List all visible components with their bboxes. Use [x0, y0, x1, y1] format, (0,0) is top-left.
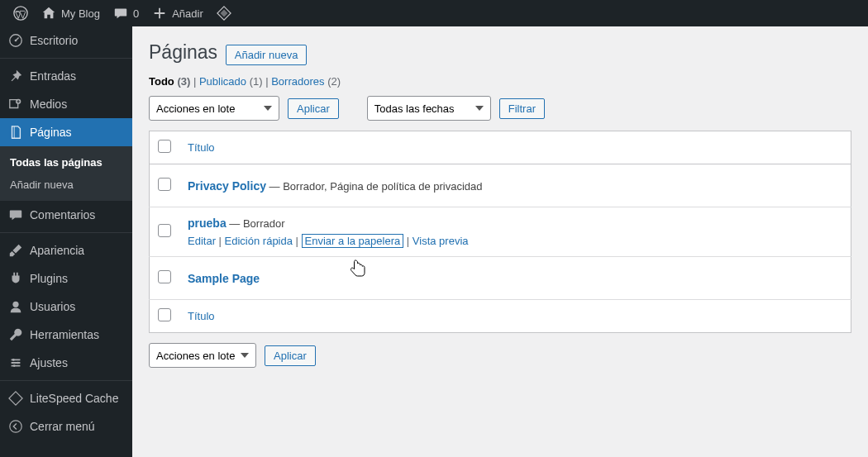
sidebar-item-appearance[interactable]: Apariencia — [0, 236, 132, 264]
sidebar-item-users[interactable]: Usuarios — [0, 293, 132, 321]
comment-icon — [8, 207, 23, 222]
row-actions: Editar | Edición rápida | Enviar a la pa… — [188, 235, 842, 247]
bulk-action-select-top[interactable]: Acciones en lote — [149, 96, 279, 121]
svg-point-8 — [10, 421, 21, 432]
litespeed-icon — [217, 6, 231, 21]
filter-button[interactable]: Filtrar — [499, 98, 545, 119]
table-row: Privacy Policy — Borrador, Página de pol… — [150, 164, 851, 207]
sidebar-item-plugins[interactable]: Plugins — [0, 264, 132, 293]
row-action-trash[interactable]: Enviar a la papelera — [302, 234, 404, 248]
row-title-link[interactable]: Sample Page — [188, 272, 260, 285]
sidebar-item-tools[interactable]: Herramientas — [0, 321, 132, 349]
col-title-bottom[interactable]: Título — [179, 300, 851, 333]
sidebar-item-label: Escritorio — [30, 34, 78, 47]
brush-icon — [8, 243, 23, 258]
filter-all[interactable]: Todo (3) — [149, 75, 190, 88]
sidebar-item-settings[interactable]: Ajustes — [0, 349, 132, 377]
dashboard-icon — [8, 33, 23, 48]
sidebar-item-label: Medios — [30, 98, 67, 111]
add-new-page-button[interactable]: Añadir nueva — [226, 45, 308, 65]
filter-drafts[interactable]: Borradores (2) — [271, 75, 341, 88]
sidebar-item-posts[interactable]: Entradas — [0, 62, 132, 90]
add-new-label: Añadir — [172, 7, 203, 20]
admin-bar: My Blog 0 Añadir — [0, 0, 868, 26]
row-title-link[interactable]: Privacy Policy — [188, 179, 266, 193]
pin-icon — [8, 69, 23, 83]
sidebar-item-pages[interactable]: Páginas — [0, 118, 132, 146]
sidebar-collapse[interactable]: Cerrar menú — [0, 412, 132, 440]
svg-point-4 — [12, 302, 18, 307]
submenu-all-pages[interactable]: Todas las páginas — [0, 151, 132, 174]
sidebar-item-dashboard[interactable]: Escritorio — [0, 26, 132, 55]
collapse-icon — [8, 419, 23, 434]
comment-count: 0 — [133, 7, 139, 20]
admin-sidebar: Escritorio Entradas Medios Páginas Todas… — [0, 26, 132, 457]
row-action-preview[interactable]: Vista previa — [413, 235, 469, 247]
table-row: prueba — Borrador Editar | Edición rápid… — [150, 207, 851, 257]
litespeed-icon — [8, 391, 23, 406]
sidebar-item-litespeed[interactable]: LiteSpeed Cache — [0, 384, 132, 412]
col-title-top[interactable]: Título — [179, 131, 851, 164]
page-title: Páginas — [149, 41, 217, 64]
filter-published[interactable]: Publicado (1) — [199, 75, 263, 88]
media-icon — [8, 97, 23, 112]
table-filters-top: Acciones en lote Aplicar Todas las fecha… — [149, 96, 851, 121]
sidebar-item-media[interactable]: Medios — [0, 90, 132, 118]
add-new-link[interactable]: Añadir — [145, 0, 210, 26]
page-content: Páginas Añadir nueva Todo (3) | Publicad… — [132, 26, 868, 401]
select-all-top-checkbox[interactable] — [158, 140, 171, 153]
sidebar-item-label: Cerrar menú — [30, 420, 95, 433]
select-all-bottom-checkbox[interactable] — [158, 308, 171, 321]
sidebar-item-label: Apariencia — [30, 244, 84, 257]
sidebar-item-label: Usuarios — [30, 300, 75, 313]
site-home-link[interactable]: My Blog — [35, 0, 107, 26]
row-checkbox[interactable] — [158, 270, 171, 283]
svg-point-2 — [15, 40, 17, 42]
sidebar-item-label: Páginas — [30, 126, 72, 139]
tools-icon — [8, 327, 23, 342]
submenu-add-new[interactable]: Añadir nueva — [0, 174, 132, 196]
bulk-apply-button-top[interactable]: Aplicar — [288, 98, 339, 119]
comments-link[interactable]: 0 — [107, 0, 145, 26]
sidebar-item-label: Entradas — [30, 69, 76, 83]
row-checkbox[interactable] — [158, 224, 171, 237]
row-title-link[interactable]: prueba — [188, 217, 227, 230]
comment-icon — [113, 6, 128, 21]
wp-logo[interactable] — [7, 0, 35, 26]
sidebar-item-label: Plugins — [30, 272, 68, 285]
row-action-quick-edit[interactable]: Edición rápida — [225, 235, 293, 247]
wordpress-logo-icon — [13, 6, 28, 21]
status-filters: Todo (3) | Publicado (1) | Borradores (2… — [149, 75, 851, 88]
svg-point-5 — [12, 359, 15, 361]
table-row: Sample Page — [150, 257, 851, 300]
row-state: — Borrador, Página de política de privac… — [266, 180, 483, 193]
page-icon — [8, 125, 23, 140]
site-title: My Blog — [61, 7, 100, 20]
sidebar-item-comments[interactable]: Comentarios — [0, 201, 132, 229]
settings-icon — [8, 355, 23, 370]
sidebar-item-label: Herramientas — [30, 328, 99, 341]
plugin-icon — [8, 271, 23, 286]
row-state: — Borrador — [227, 217, 285, 230]
row-action-edit[interactable]: Editar — [188, 235, 216, 247]
pages-table: Título Privacy Policy — Borrador, Página… — [149, 131, 851, 333]
user-icon — [8, 299, 23, 314]
bulk-apply-button-bottom[interactable]: Aplicar — [265, 345, 316, 366]
home-icon — [41, 6, 56, 21]
svg-point-6 — [17, 362, 19, 364]
table-filters-bottom: Acciones en lote Aplicar — [149, 343, 851, 368]
sidebar-item-label: Ajustes — [30, 356, 68, 369]
sidebar-item-label: LiteSpeed Cache — [30, 392, 118, 405]
svg-point-7 — [13, 364, 16, 367]
bulk-action-select-bottom[interactable]: Acciones en lote — [149, 343, 256, 368]
sidebar-submenu-pages: Todas las páginas Añadir nueva — [0, 146, 132, 201]
date-filter-select[interactable]: Todas las fechas — [367, 96, 491, 121]
sidebar-item-label: Comentarios — [30, 208, 95, 221]
row-checkbox[interactable] — [158, 178, 171, 191]
plus-icon — [152, 6, 167, 21]
litespeed-menu[interactable] — [210, 0, 238, 26]
